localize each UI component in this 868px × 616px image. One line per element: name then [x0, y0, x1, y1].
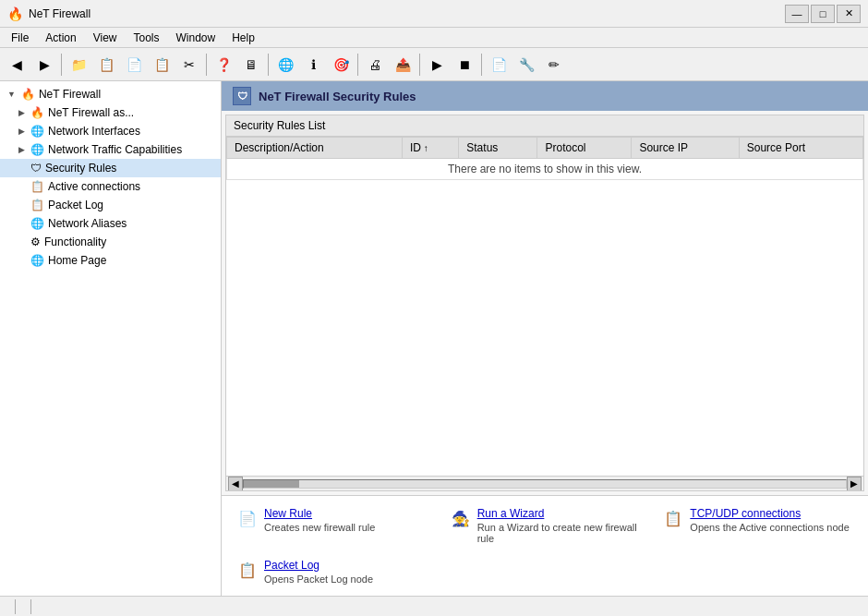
- sidebar-item-home-page[interactable]: ▶ 🌐 Home Page: [0, 251, 221, 270]
- toolbar-delete[interactable]: ✂: [176, 52, 202, 78]
- expand-arrow-as: ▶: [18, 108, 25, 117]
- toolbar-stop[interactable]: ⏹: [452, 52, 477, 78]
- toolbar-sep5: [419, 54, 420, 76]
- toolbar-target[interactable]: 🎯: [328, 52, 354, 78]
- toolbar-up[interactable]: 📁: [66, 52, 91, 78]
- col-protocol[interactable]: Protocol: [537, 138, 632, 159]
- sidebar-item-net-firewall-as[interactable]: ▶ 🔥 NeT Firewall as...: [0, 103, 221, 122]
- new-rule-text: New Rule Creates new firewall rule: [264, 507, 375, 533]
- col-description[interactable]: Description/Action: [227, 138, 403, 159]
- scrollbar-thumb[interactable]: [244, 480, 299, 488]
- toolbar: ◀ ▶ 📁 📋 📄 📋 ✂ ❓ 🖥 🌐 ℹ 🎯 🖨 📤 ▶ ⏹ 📄 🔧 ✏: [0, 48, 868, 81]
- col-id[interactable]: ID: [402, 138, 458, 159]
- panel-header: 🛡 NeT Firewall Security Rules: [222, 81, 868, 111]
- toolbar-edit[interactable]: ✏: [541, 52, 567, 78]
- table-scroll[interactable]: Description/Action ID Status Protocol So…: [226, 137, 863, 476]
- toolbar-paste[interactable]: 📋: [149, 52, 175, 78]
- panel-header-icon: 🛡: [233, 87, 251, 105]
- network-aliases-icon: 🌐: [30, 217, 44, 230]
- sidebar-item-functionality[interactable]: ▶ ⚙ Functionality: [0, 233, 221, 251]
- maximize-button[interactable]: □: [811, 5, 835, 23]
- toolbar-play[interactable]: ▶: [424, 52, 450, 78]
- sidebar-item-network-traffic[interactable]: ▶ 🌐 Network Traffic Capabilities: [0, 140, 221, 159]
- tcp-udp-link[interactable]: TCP/UDP connections: [690, 507, 849, 520]
- sidebar-item-network-interfaces[interactable]: ▶ 🌐 Network Interfaces: [0, 122, 221, 140]
- rules-section: Security Rules List Description/Action I…: [225, 115, 864, 491]
- rules-section-title: Security Rules List: [234, 119, 325, 132]
- active-connections-icon: 📋: [30, 180, 44, 193]
- sidebar: ▼ 🔥 NeT Firewall ▶ 🔥 NeT Firewall as... …: [0, 81, 222, 596]
- toolbar-print[interactable]: 🖨: [362, 52, 388, 78]
- sidebar-item-packet-log[interactable]: ▶ 📋 Packet Log: [0, 196, 221, 214]
- col-source-ip[interactable]: Source IP: [632, 138, 739, 159]
- packet-log-action-desc: Opens Packet Log node: [264, 574, 373, 585]
- table-empty-row: There are no items to show in this view.: [227, 159, 863, 180]
- tcp-udp-text: TCP/UDP connections Opens the Active con…: [690, 507, 849, 533]
- close-button[interactable]: ✕: [837, 5, 861, 23]
- menu-file[interactable]: File: [4, 30, 36, 46]
- toolbar-sep4: [357, 54, 358, 76]
- sidebar-item-net-firewall[interactable]: ▼ 🔥 NeT Firewall: [0, 85, 221, 103]
- action-new-rule[interactable]: 📄 New Rule Creates new firewall rule: [233, 503, 431, 548]
- actions-panel: 📄 New Rule Creates new firewall rule 🧙 R…: [222, 495, 868, 596]
- menu-tools[interactable]: Tools: [127, 30, 167, 46]
- toolbar-back[interactable]: ◀: [4, 52, 30, 78]
- packet-log-action-text: Packet Log Opens Packet Log node: [264, 559, 373, 585]
- action-tcp-udp[interactable]: 📋 TCP/UDP connections Opens the Active c…: [658, 503, 857, 548]
- security-rules-label: Security Rules: [45, 162, 116, 175]
- menu-view[interactable]: View: [86, 30, 125, 46]
- toolbar-wrench[interactable]: 🔧: [513, 52, 539, 78]
- toolbar-copy[interactable]: 📄: [121, 52, 147, 78]
- network-interfaces-label: Network Interfaces: [48, 125, 140, 138]
- scrollbar-track[interactable]: [243, 479, 847, 489]
- menu-help[interactable]: Help: [224, 30, 262, 46]
- empty-message: There are no items to show in this view.: [227, 159, 863, 180]
- status-bar: [0, 596, 868, 616]
- horizontal-scrollbar[interactable]: ◀ ▶: [226, 476, 863, 490]
- scroll-left-arrow[interactable]: ◀: [228, 477, 243, 491]
- action-run-wizard[interactable]: 🧙 Run a Wizard Run a Wizard to create ne…: [446, 503, 645, 548]
- run-wizard-link[interactable]: Run a Wizard: [477, 507, 641, 520]
- status-panel-right: [23, 599, 31, 614]
- packet-log-icon: 📋: [30, 199, 44, 211]
- col-status[interactable]: Status: [459, 138, 537, 159]
- home-page-icon: 🌐: [30, 254, 44, 267]
- rules-section-header: Security Rules List: [226, 115, 863, 137]
- content-area: 🛡 NeT Firewall Security Rules Security R…: [222, 81, 868, 596]
- menu-action[interactable]: Action: [38, 30, 83, 46]
- toolbar-globe[interactable]: 🌐: [272, 52, 298, 78]
- home-page-label: Home Page: [48, 254, 106, 267]
- network-interfaces-icon: 🌐: [30, 125, 44, 138]
- packet-log-action-link[interactable]: Packet Log: [264, 559, 373, 572]
- toolbar-connect[interactable]: 🖥: [238, 52, 264, 78]
- run-wizard-text: Run a Wizard Run a Wizard to create new …: [477, 507, 641, 544]
- functionality-icon: ⚙: [30, 236, 41, 248]
- toolbar-sep3: [268, 54, 269, 76]
- sidebar-item-active-connections[interactable]: ▶ 📋 Active connections: [0, 177, 221, 196]
- packet-log-action-icon: 📋: [236, 559, 259, 581]
- menu-window[interactable]: Window: [169, 30, 223, 46]
- sidebar-item-network-aliases[interactable]: ▶ 🌐 Network Aliases: [0, 214, 221, 233]
- scroll-right-arrow[interactable]: ▶: [847, 477, 862, 491]
- expand-arrow-interfaces: ▶: [18, 127, 25, 136]
- tcp-udp-desc: Opens the Active connections node: [690, 522, 849, 533]
- col-source-port[interactable]: Source Port: [739, 138, 862, 159]
- status-panel-left: [7, 599, 16, 614]
- new-rule-link[interactable]: New Rule: [264, 507, 375, 520]
- toolbar-export[interactable]: 📤: [390, 52, 416, 78]
- minimize-button[interactable]: —: [785, 5, 809, 23]
- expand-arrow-traffic: ▶: [18, 145, 25, 154]
- network-aliases-label: Network Aliases: [48, 217, 127, 230]
- toolbar-help[interactable]: ❓: [211, 52, 236, 78]
- toolbar-view[interactable]: 📋: [93, 52, 119, 78]
- toolbar-doc[interactable]: 📄: [486, 52, 512, 78]
- toolbar-sep1: [61, 54, 62, 76]
- packet-log-label: Packet Log: [48, 199, 103, 211]
- tcp-udp-icon: 📋: [662, 507, 684, 529]
- toolbar-info[interactable]: ℹ: [300, 52, 326, 78]
- sidebar-item-security-rules[interactable]: ▶ 🛡 Security Rules: [0, 159, 221, 177]
- net-firewall-icon: 🔥: [21, 88, 35, 101]
- action-packet-log[interactable]: 📋 Packet Log Opens Packet Log node: [233, 555, 431, 588]
- toolbar-forward[interactable]: ▶: [31, 52, 57, 78]
- net-firewall-label: NeT Firewall: [39, 88, 101, 101]
